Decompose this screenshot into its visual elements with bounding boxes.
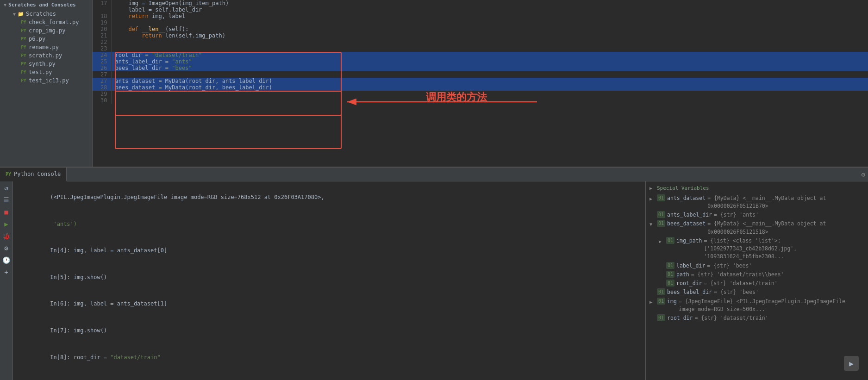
line-code (111, 19, 868, 26)
line-code: img = ImageOpen(img_item_path) (111, 0, 868, 6)
sidebar-item-scratch[interactable]: PY scratch.py (0, 51, 92, 60)
python-console-area: PY Python Console ⚙ ↺ ☰ ■ ▶ 🐞 ⚙ 🕐 + (<PI… (0, 167, 868, 380)
var-value: = {str} 'bees' (707, 262, 752, 270)
line-number: 22 (93, 39, 111, 45)
history-button[interactable]: ☰ (2, 195, 11, 205)
console-output-area: (<PIL.JpegImagePlugin.JpegImageFile imag… (13, 181, 646, 380)
line-number: 21 (93, 32, 111, 39)
sidebar-item-rename[interactable]: PY rename.py (0, 43, 92, 51)
line-code (111, 71, 868, 78)
scratches-label: Scratches (26, 11, 56, 17)
code-container[interactable]: 17 img = ImageOpen(img_item_path) label … (93, 0, 868, 167)
line-number: 19 (93, 19, 111, 26)
prompt: In[6]: (50, 300, 70, 307)
sidebar-item-scratches[interactable]: ▼ 📁 Scratches (0, 10, 92, 18)
var-row-label-dir[interactable]: ▶ 01 label_dir = {str} 'bees' (649, 262, 864, 270)
console-tab-controls: ⚙ (859, 168, 868, 181)
settings-button[interactable]: ⚙ (2, 243, 11, 253)
console-output[interactable]: (<PIL.JpegImagePlugin.JpegImageFile imag… (13, 181, 645, 380)
stop-button[interactable]: ■ (2, 207, 11, 217)
line-code: def __len__(self): (111, 26, 868, 32)
line-number: 26 (93, 65, 111, 71)
line-number: 28 (93, 84, 111, 91)
var-value: = {MyData} <__main__.MyData object at 0x… (707, 220, 864, 236)
line-code (111, 45, 868, 52)
scroll-to-bottom-btn[interactable]: ▶ (844, 356, 859, 371)
type-badge: 01 (657, 211, 665, 218)
tab-python-console[interactable]: PY Python Console (0, 168, 67, 181)
code-line-27: 27 (93, 71, 868, 78)
var-name: bees_label_dir (667, 288, 712, 296)
debug-button[interactable]: 🐞 (2, 231, 11, 241)
line-code: bees_label_dir = "bees" (111, 65, 868, 71)
var-row-root-dir-child[interactable]: ▶ 01 root_dir = {str} 'dataset/train' (649, 279, 864, 288)
var-row-path[interactable]: ▶ 01 path = {str} 'dataset/train\\bees' (649, 270, 864, 279)
code-line-24: 24 root_dir = "dataset/train" (93, 52, 868, 58)
var-name: label_dir (676, 262, 705, 270)
folder-arrow: ▼ (13, 12, 16, 17)
var-row-bees-label-dir[interactable]: ▶ 01 bees_label_dir = {str} 'bees' (649, 288, 864, 297)
special-vars-label: Special Variables (657, 184, 709, 193)
var-row-img[interactable]: ▶ 01 img = {JpegImageFile} <PIL.JpegImag… (649, 297, 864, 314)
input-text: img, label = ants_dataset[0] (70, 247, 168, 254)
console-settings-icon[interactable]: ⚙ (862, 171, 865, 178)
var-row-ants-label-dir[interactable]: ▶ 01 ants_label_dir = {str} 'ants' (649, 211, 864, 219)
variable-tree: ▶ Special Variables ▶ 01 ants_dataset = … (649, 183, 864, 323)
expand-icon: ▶ (649, 184, 655, 192)
code-line-21: 21 return len(self.img_path) (93, 32, 868, 39)
type-badge: 01 (657, 314, 665, 321)
line-number: 25 (93, 58, 111, 65)
var-row-img-path[interactable]: ▶ 01 img_path = {list} <class 'list'>: [… (649, 237, 864, 262)
line-number: 18 (93, 13, 111, 19)
section-label: Scratches and Consoles (8, 2, 76, 8)
restart-console-button[interactable]: ↺ (2, 183, 11, 193)
var-value: = {list} <class 'list'>: ['1092977343_cb… (704, 237, 864, 261)
sidebar-item-synth[interactable]: PY synth.py (0, 60, 92, 68)
file-label: test.py (29, 69, 52, 75)
code-line-17a: 17 img = ImageOpen(img_item_path) (93, 0, 868, 6)
code-line-22: 22 (93, 39, 868, 45)
time-button[interactable]: 🕐 (2, 255, 11, 265)
var-name: ants_dataset (667, 194, 706, 202)
input-text: img.show() (70, 274, 107, 280)
add-button[interactable]: + (2, 268, 11, 277)
var-name: root_dir (676, 280, 702, 287)
console-tab-icon: PY (6, 172, 11, 177)
file-label: p6.py (29, 36, 45, 42)
file-label: rename.py (29, 44, 59, 50)
sidebar-item-check-format[interactable]: PY check_format.py (0, 18, 92, 26)
expand-icon: ▶ (649, 194, 655, 202)
var-row-bees-dataset[interactable]: ▼ 01 bees_dataset = {MyData} <__main__.M… (649, 219, 864, 237)
prompt: In[4]: (50, 247, 70, 254)
sidebar-item-p6[interactable]: PY p6.py (0, 35, 92, 43)
line-number: 27 (93, 71, 111, 78)
line-number: 23 (93, 45, 111, 52)
py-file-icon: PY (20, 69, 27, 75)
sidebar: ▼ Scratches and Consoles ▼ 📁 Scratches P… (0, 0, 93, 167)
var-row-root-dir[interactable]: ▶ 01 root_dir = {str} 'dataset/train' (649, 314, 864, 323)
var-value: = {JpegImageFile} <PIL.JpegImagePlugin.J… (679, 298, 864, 314)
code-line-17b: label = self.label_dir (93, 6, 868, 13)
var-name: path (676, 271, 689, 279)
file-label: synth.py (29, 61, 56, 67)
input-text: img, label = ants_dataset[1] (70, 300, 168, 307)
type-badge: 01 (666, 262, 674, 269)
scratches-and-consoles-header[interactable]: ▼ Scratches and Consoles (0, 0, 92, 10)
py-file-icon: PY (20, 44, 27, 50)
input-text: root_dir = "dataset/train" (70, 354, 161, 361)
console-toolbar: ↺ ☰ ■ ▶ 🐞 ⚙ 🕐 + (0, 181, 13, 380)
input-text: img.show() (70, 327, 107, 334)
var-value: = {str} 'dataset/train' (704, 280, 777, 287)
var-row-ants-dataset[interactable]: ▶ 01 ants_dataset = {MyData} <__main__.M… (649, 194, 864, 211)
code-line-18: 18 return img, label (93, 13, 868, 19)
run-button[interactable]: ▶ (2, 219, 11, 229)
sidebar-item-test[interactable]: PY test.py (0, 68, 92, 76)
var-name: img_path (676, 237, 702, 245)
special-vars-row[interactable]: ▶ Special Variables (649, 183, 864, 194)
line-number: 30 (93, 97, 111, 104)
sidebar-item-crop-img[interactable]: PY crop_img.py (0, 26, 92, 35)
prompt: In[5]: (50, 274, 70, 280)
sidebar-item-test-ic13[interactable]: PY test_ic13.py (0, 76, 92, 85)
input-line-8: In[8]: root_dir = "dataset/train" (17, 344, 642, 371)
line-number: 29 (93, 91, 111, 97)
